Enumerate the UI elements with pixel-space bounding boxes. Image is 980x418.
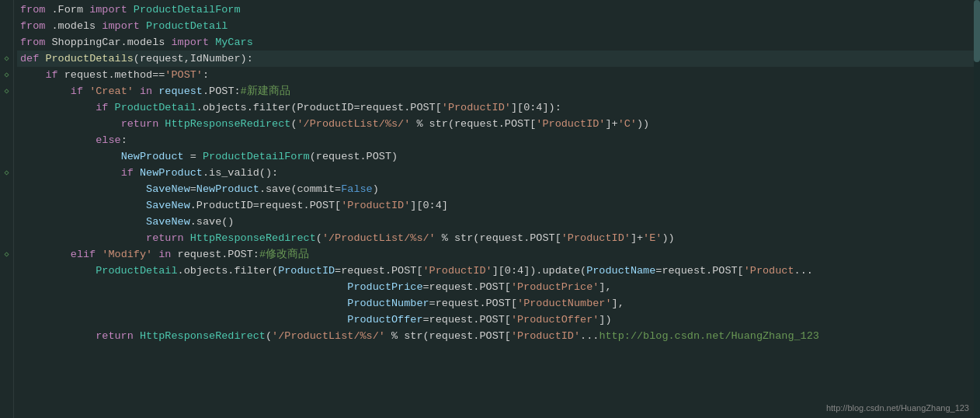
code-line-11: if NewProduct.is_valid(): bbox=[17, 165, 980, 181]
code-line-21: return HttpResponseRedirect('/ProductLis… bbox=[17, 328, 980, 344]
code-line-7: if ProductDetail.objects.filter(ProductI… bbox=[17, 99, 980, 116]
code-line-9: else: bbox=[17, 132, 980, 148]
gutter-line-10 bbox=[2, 148, 12, 165]
code-line-19: ProductNumber=request.POST['ProductNumbe… bbox=[17, 295, 980, 312]
gutter-line-3 bbox=[2, 34, 12, 51]
gutter-line-12 bbox=[2, 181, 12, 197]
gutter-line-2 bbox=[2, 18, 12, 34]
gutter-line-13 bbox=[2, 197, 12, 214]
gutter-line-4: ◇ bbox=[2, 51, 12, 67]
code-line-10: NewProduct = ProductDetailForm(request.P… bbox=[17, 148, 980, 165]
gutter-line-17 bbox=[2, 263, 12, 279]
gutter-line-7 bbox=[2, 99, 12, 116]
gutter-line-1 bbox=[2, 2, 12, 18]
gutter-line-16: ◇ bbox=[2, 246, 12, 263]
gutter-line-15 bbox=[2, 230, 12, 246]
code-line-6: if 'Creat' in request.POST:#新建商品 bbox=[17, 83, 980, 99]
code-line-5: if request.method=='POST': bbox=[17, 67, 980, 83]
gutter-line-6: ◇ bbox=[2, 83, 12, 99]
watermark: http://blog.csdn.net/HuangZhang_123 bbox=[826, 402, 969, 415]
code-line-14: SaveNew.save() bbox=[17, 214, 980, 230]
code-line-18: ProductPrice=request.POST['ProductPrice'… bbox=[17, 279, 980, 295]
gutter-line-19 bbox=[2, 295, 12, 312]
gutter-line-14 bbox=[2, 214, 12, 230]
gutter-line-21 bbox=[2, 328, 12, 344]
code-editor: ◇◇◇◇◇ from .Form import ProductDetailFor… bbox=[0, 0, 980, 418]
gutter-line-8 bbox=[2, 116, 12, 132]
code-line-13: SaveNew.ProductID=request.POST['ProductI… bbox=[17, 197, 980, 214]
code-line-12: SaveNew=NewProduct.save(commit=False) bbox=[17, 181, 980, 197]
gutter-line-9 bbox=[2, 132, 12, 148]
code-line-20: ProductOffer=request.POST['ProductOffer'… bbox=[17, 312, 980, 328]
code-line-4: def ProductDetails(request,IdNumber): bbox=[17, 51, 980, 67]
gutter: ◇◇◇◇◇ bbox=[0, 0, 14, 418]
code-line-8: return HttpResponseRedirect('/ProductLis… bbox=[17, 116, 980, 132]
gutter-line-18 bbox=[2, 279, 12, 295]
scrollbar-thumb[interactable] bbox=[974, 0, 980, 62]
code-line-16: elif 'Modify' in request.POST:#修改商品 bbox=[17, 246, 980, 263]
code-line-17: ProductDetail.objects.filter(ProductID=r… bbox=[17, 263, 980, 279]
gutter-line-5: ◇ bbox=[2, 67, 12, 83]
code-line-15: return HttpResponseRedirect('/ProductLis… bbox=[17, 230, 980, 246]
gutter-line-11: ◇ bbox=[2, 165, 12, 181]
scrollbar[interactable] bbox=[974, 0, 980, 418]
code-line-1: from .Form import ProductDetailForm bbox=[17, 2, 980, 18]
code-line-3: from ShoppingCar.models import MyCars bbox=[17, 34, 980, 51]
gutter-line-20 bbox=[2, 312, 12, 328]
code-area: from .Form import ProductDetailFormfrom … bbox=[14, 0, 980, 418]
code-line-2: from .models import ProductDetail bbox=[17, 18, 980, 34]
